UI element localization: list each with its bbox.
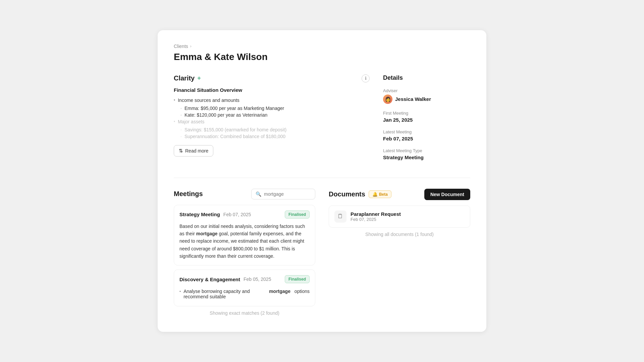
first-meeting-label: First Meeting [383,111,470,116]
documents-title: Documents [329,190,365,198]
breadcrumb-clients[interactable]: Clients [174,44,188,49]
documents-section: Documents 🔔 Beta New Document 🗒 Paraplan… [329,189,470,316]
list-item: Superannuation: Combined balance of $180… [180,133,370,140]
read-more-label: Read more [185,148,208,154]
adviser-item: Adviser 👩 Jessica Walker [383,88,470,104]
latest-meeting-item: Latest Meeting Feb 07, 2025 [383,129,470,141]
income-kate: Kate: $120,000 per year as Veterinarian [184,112,268,118]
meeting-card-discovery: Discovery & Engagement Feb 05, 2025 Fina… [174,269,315,306]
clarity-title-text: Clarity [174,74,195,82]
details-section: Details Adviser 👩 Jessica Walker First M… [383,74,470,167]
meeting-body: Based on our initial needs analysis, con… [179,223,310,260]
details-title: Details [383,74,470,81]
read-more-icon: ⇅ [179,148,183,154]
assets-savings: Savings: $155,000 (earmarked for home de… [184,127,286,132]
list-item: Income sources and amounts [174,97,370,104]
meeting-name: Strategy Meeting [179,212,220,217]
beta-label: Beta [379,192,388,197]
list-item: Savings: $155,000 (earmarked for home de… [180,126,370,133]
latest-meeting-label: Latest Meeting [383,129,470,134]
latest-meeting-type-label: Latest Meeting Type [383,148,470,153]
meeting-date: Feb 07, 2025 [223,212,251,217]
breadcrumb-separator: › [190,44,192,49]
avatar: 👩 [383,95,392,104]
meeting-card-strategy: Strategy Meeting Feb 07, 2025 Finalised … [174,205,315,266]
clarity-bullet-list: Income sources and amounts Emma: $95,000… [174,97,370,140]
income-emma: Emma: $95,000 per year as Marketing Mana… [184,106,284,111]
document-item: 🗒 Paraplanner Request Feb 07, 2025 [329,205,470,228]
status-badge: Finalised [285,210,310,219]
meetings-title: Meetings [174,190,203,198]
clarity-header: Clarity + ℹ [174,74,370,82]
bullet-assets-label: Major assets [178,119,204,124]
clarity-info-icon[interactable]: ℹ [362,74,370,82]
breadcrumb: Clients › [174,44,470,49]
doc-info: Paraplanner Request Feb 07, 2025 [351,211,401,222]
meetings-section: Meetings 🔍 Strategy Meeting Feb 07, 2025… [174,189,315,316]
list-item: Kate: $120,000 per year as Veterinarian [180,112,370,118]
main-card: Clients › Emma & Kate Wilson Clarity + ℹ… [158,30,486,332]
financial-overview-title: Financial Situation Overview [174,87,370,93]
doc-icon: 🗒 [334,210,346,223]
beta-badge: 🔔 Beta [369,190,391,198]
first-meeting-date: Jan 25, 2025 [383,117,470,123]
new-document-button[interactable]: New Document [424,189,470,200]
status-badge: Finalised [285,275,310,283]
assets-super: Superannuation: Combined balance of $180… [184,134,285,139]
meeting-date: Feb 05, 2025 [244,277,271,282]
search-input[interactable] [264,191,311,197]
documents-header: Documents 🔔 Beta New Document [329,189,470,200]
beta-icon: 🔔 [372,192,378,197]
meetings-header: Meetings 🔍 [174,189,315,199]
latest-meeting-type-item: Latest Meeting Type Strategy Meeting [383,148,470,160]
bullet-income-label: Income sources and amounts [178,98,239,103]
meeting-card-header: Discovery & Engagement Feb 05, 2025 Fina… [179,275,310,283]
adviser-row: 👩 Jessica Walker [383,95,470,104]
search-icon: 🔍 [256,191,261,197]
documents-title-row: Documents 🔔 Beta [329,190,391,198]
adviser-name: Jessica Walker [395,96,431,102]
latest-meeting-type-value: Strategy Meeting [383,155,470,160]
first-meeting-item: First Meeting Jan 25, 2025 [383,111,470,123]
discovery-bullet: Analyse borrowing capacity and recommend… [179,287,310,301]
meetings-showing-text: Showing exact matches (2 found) [174,310,315,316]
list-item: Major assets [174,118,370,125]
doc-file-icon: 🗒 [337,213,343,220]
clarity-title-row: Clarity + [174,74,201,82]
assets-sub-list: Savings: $155,000 (earmarked for home de… [174,126,370,140]
meeting-name-date: Strategy Meeting Feb 07, 2025 [179,212,251,217]
doc-date: Feb 07, 2025 [351,217,401,222]
bottom-grid: Meetings 🔍 Strategy Meeting Feb 07, 2025… [174,189,470,316]
meeting-name-date: Discovery & Engagement Feb 05, 2025 [179,277,271,282]
doc-name: Paraplanner Request [351,211,401,217]
section-divider [174,178,470,178]
latest-meeting-date: Feb 07, 2025 [383,136,470,141]
meeting-card-header: Strategy Meeting Feb 07, 2025 Finalised [179,210,310,219]
list-item: Emma: $95,000 per year as Marketing Mana… [180,105,370,112]
adviser-label: Adviser [383,88,470,93]
page-title: Emma & Kate Wilson [174,52,470,62]
read-more-button[interactable]: ⇅ Read more [174,145,213,157]
top-grid: Clarity + ℹ Financial Situation Overview… [174,74,470,167]
clarity-plus-icon[interactable]: + [197,75,201,82]
search-box: 🔍 [251,189,315,199]
documents-showing-text: Showing all documents (1 found) [329,232,470,237]
clarity-section: Clarity + ℹ Financial Situation Overview… [174,74,370,167]
meeting-name: Discovery & Engagement [179,277,240,282]
income-sub-list: Emma: $95,000 per year as Marketing Mana… [174,105,370,118]
